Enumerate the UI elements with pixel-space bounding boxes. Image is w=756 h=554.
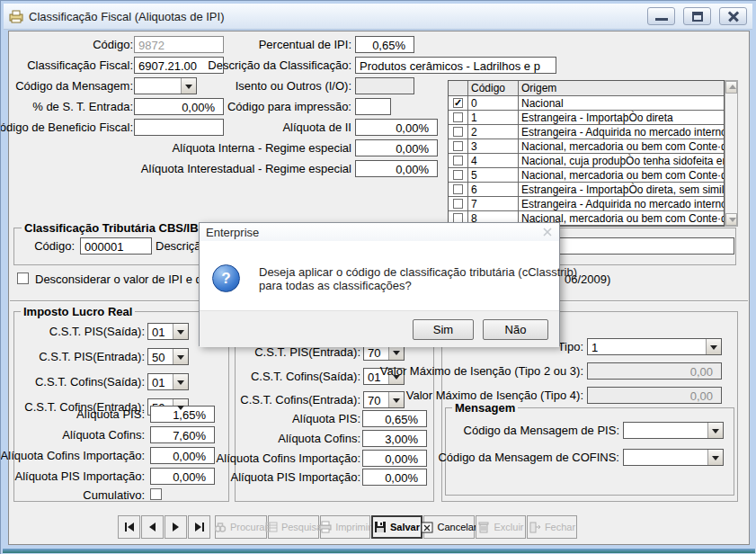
row-checkbox[interactable] <box>453 127 463 137</box>
table-row[interactable]: 2Estrangeira - Adquirida no mercado inte… <box>449 125 724 139</box>
table-row[interactable]: 7Estrangeira - Adquirida no mercado inte… <box>449 197 724 211</box>
st-entrada-field[interactable]: 0,00% <box>134 98 224 115</box>
maximize-button[interactable] <box>683 7 711 25</box>
valor-max-isencao-2-3-field[interactable]: 0,00 <box>587 362 722 380</box>
g1-aliquota-cofins-importacao-label: Alíquota Cofins Importação: <box>1 449 145 462</box>
nav-first-button[interactable] <box>118 515 140 539</box>
header-codigo: Código <box>468 81 519 95</box>
row-checkbox[interactable] <box>453 141 463 151</box>
g1-cst-pis-entrada-combo[interactable]: 50 <box>147 348 189 365</box>
cumulativo-checkbox[interactable] <box>150 488 162 500</box>
cbs-codigo-label: Código: <box>34 239 75 253</box>
app-window: Classificação Fiscal (Aliquotas de IPI) … <box>0 0 756 554</box>
aliquota-interna-field[interactable]: 0,00% <box>355 139 438 156</box>
row-checkbox[interactable] <box>453 184 463 194</box>
table-row[interactable]: 5Nacional, mercadoria ou bem com Conte·d… <box>449 168 724 183</box>
beneficio-fiscal-field[interactable] <box>134 119 224 136</box>
scroll-up-icon[interactable] <box>725 81 737 94</box>
exit-door-icon <box>529 521 541 533</box>
g2-cst-cofins-entrada-combo[interactable]: 70 <box>363 391 405 408</box>
aliquota-interestadual-field[interactable]: 0,00% <box>355 160 438 177</box>
close-button[interactable] <box>719 7 747 25</box>
scroll-down-icon[interactable] <box>725 213 737 226</box>
row-checkbox[interactable] <box>453 112 463 122</box>
g1-aliquota-pis-importacao-label: Alíquota PIS Importação: <box>14 469 145 483</box>
descricao-classificacao-label: Descrição da Classificação: <box>208 58 351 72</box>
g1-cst-pis-saida-combo[interactable]: 01 <box>147 323 189 340</box>
aliquota-ii-field[interactable]: 0,00% <box>355 119 438 136</box>
row-checkbox[interactable]: ✓ <box>453 98 463 108</box>
prev-record-icon <box>149 523 156 532</box>
last-record-icon <box>195 523 201 532</box>
g2-aliquota-pis-importacao-label: Alíquota PIS Importação: <box>230 470 360 484</box>
g1-cst-cofins-saida-combo[interactable]: 01 <box>147 373 189 390</box>
g2-aliquota-cofins-importacao-label: Alíquota Cofins Importação: <box>217 451 360 465</box>
row-checkbox[interactable] <box>453 170 463 180</box>
fechar-button[interactable]: Fechar <box>527 515 577 539</box>
cbs-codigo-field[interactable]: 000001 <box>80 237 152 255</box>
g2-aliquota-cofins-label: Alíquota Cofins: <box>278 432 360 445</box>
codigo-mensagem-combo[interactable] <box>134 77 197 94</box>
desconsiderar-checkbox[interactable] <box>17 273 29 284</box>
binoculars-icon <box>214 521 227 533</box>
table-scrollbar[interactable] <box>725 80 738 227</box>
printer-icon <box>319 521 332 533</box>
salvar-button[interactable]: Salvar <box>371 515 422 539</box>
first-record-icon <box>128 523 134 532</box>
cancelar-button[interactable]: Cancelar <box>423 515 475 539</box>
procurar-button[interactable]: Procurar <box>215 515 267 539</box>
table-row[interactable]: 3Nacional, mercadoria ou bem com Conte·d… <box>449 139 724 154</box>
g1-cst-pis-entrada-label: C.S.T. PIS(Entrada): <box>39 350 145 363</box>
table-row[interactable]: 6Estrangeira - ImportaþÒo direta, sem si… <box>449 183 724 197</box>
aliquota-ii-label: Alíquota de II <box>282 121 351 134</box>
dialog-footer: Sim Não <box>200 310 559 347</box>
cumulativo-label: Cumulativo: <box>83 488 145 502</box>
window-titlebar: Classificação Fiscal (Aliquotas de IPI) <box>4 4 752 30</box>
row-checkbox[interactable] <box>453 156 463 165</box>
isento-outros-field[interactable] <box>355 77 414 94</box>
codigo-label: Código: <box>93 38 133 51</box>
nav-prev-button[interactable] <box>141 515 164 539</box>
sim-button[interactable]: Sim <box>413 319 474 340</box>
mensagem-cofins-combo[interactable] <box>623 449 724 466</box>
table-row[interactable]: ✓0Nacional <box>449 96 724 111</box>
valor-max-isencao-4-field[interactable]: 0,00 <box>587 387 722 404</box>
list-icon <box>265 521 278 533</box>
tipo-combo[interactable]: 1 <box>587 338 722 355</box>
codigo-impressao-field[interactable] <box>355 98 391 115</box>
g2-aliquota-cofins-field[interactable]: 3,00% <box>362 430 427 447</box>
excluir-button[interactable]: Excluir <box>476 515 526 539</box>
row-checkbox[interactable] <box>453 199 463 209</box>
pesquisa-button[interactable]: Pesquisa <box>268 515 319 539</box>
dialog-close-icon[interactable] <box>542 227 553 237</box>
mensagem-pis-combo[interactable] <box>623 422 724 439</box>
g1-aliquota-cofins-importacao-field[interactable]: 0,00% <box>150 447 215 464</box>
g2-cst-pis-entrada-label: C.S.T. PIS(Entrada): <box>254 345 360 359</box>
g2-aliquota-cofins-importacao-field[interactable]: 0,00% <box>362 450 427 467</box>
table-row[interactable]: 1Estrangeira - ImportaþÒo direta <box>449 111 724 125</box>
isento-outros-label: Isento ou Outros (I/O): <box>236 79 351 93</box>
imprimir-button[interactable]: Imprimir <box>320 515 370 539</box>
g2-aliquota-pis-importacao-field[interactable]: 0,00% <box>362 469 427 486</box>
nao-button[interactable]: Não <box>483 319 548 340</box>
origem-table: Código Origem ✓0Nacional 1Estrangeira - … <box>448 80 725 227</box>
imposto-lucro-real-title: Imposto Lucro Real <box>21 305 135 318</box>
next-record-icon <box>173 523 179 532</box>
mensagem-title: Mensagem <box>452 401 518 415</box>
g1-aliquota-pis-importacao-field[interactable]: 0,00% <box>150 468 215 485</box>
window-title: Classificação Fiscal (Aliquotas de IPI) <box>29 10 639 23</box>
percentual-ipi-field[interactable]: 0,65% <box>355 36 414 53</box>
g2-aliquota-pis-field[interactable]: 0,65% <box>362 410 427 427</box>
codigo-field[interactable]: 9872 <box>134 36 224 53</box>
valor-max-isencao-2-3-label: Valor Máximo de Isenção (Tipo 2 ou 3): <box>380 364 583 378</box>
nav-next-button[interactable] <box>165 515 187 539</box>
descricao-classificacao-field[interactable]: Produtos cerâmicos - Ladrilhos e p <box>355 57 556 74</box>
percentual-ipi-label: Percentual de IPI: <box>259 38 351 51</box>
g1-cst-cofins-saida-label: C.S.T. Cofins(Saída): <box>35 375 145 389</box>
cancel-x-icon <box>421 521 433 533</box>
nav-last-button[interactable] <box>188 515 210 539</box>
header-origem: Origem <box>519 81 724 95</box>
g1-aliquota-cofins-field[interactable]: 7,60% <box>150 426 215 443</box>
table-row[interactable]: 4Nacional, cuja produþÒo tenha sidofeita… <box>449 154 724 168</box>
minimize-button[interactable] <box>647 7 675 25</box>
